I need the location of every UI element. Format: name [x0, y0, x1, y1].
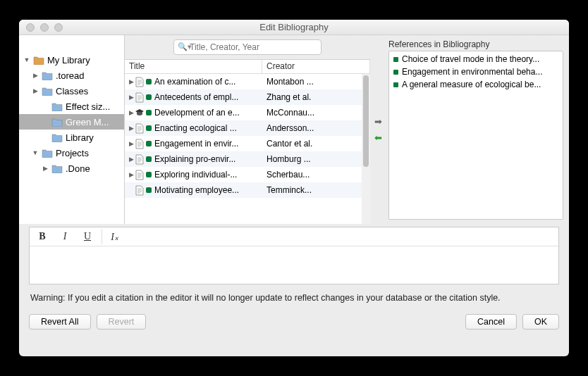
disclosure-triangle[interactable]: ▶: [32, 72, 39, 79]
row-title: Antecedents of empl...: [154, 92, 238, 102]
tag-dot: [146, 94, 152, 100]
tag-dot: [146, 156, 152, 162]
upper-pane: ▼My Library▶.toread▶ClassesEffect siz...…: [19, 35, 569, 224]
sidebar-item[interactable]: ▶Classes: [19, 83, 124, 99]
table-rows[interactable]: ▶An examination of c...Montabon ...▶Ante…: [125, 74, 370, 224]
remove-from-refs-arrow[interactable]: ⬅: [374, 132, 382, 143]
folder-icon: [33, 56, 44, 65]
disclosure-triangle[interactable]: ▶: [128, 171, 135, 178]
sidebar-item[interactable]: Effect siz...: [19, 99, 124, 114]
bold-button[interactable]: B: [34, 229, 51, 244]
window-title: Edit Bibliography: [19, 22, 569, 32]
ok-button[interactable]: OK: [522, 314, 559, 330]
table-row[interactable]: Motivating employee...Temminck...: [125, 182, 370, 198]
sidebar-item[interactable]: ▼My Library: [19, 52, 124, 68]
row-creator: Cantor et al.: [262, 139, 370, 149]
row-title: Explaining pro-envir...: [154, 154, 235, 164]
disclosure-triangle[interactable]: ▼: [32, 149, 39, 156]
button-row: Revert All Revert Cancel OK: [19, 308, 569, 339]
clear-format-button[interactable]: Iₓ: [102, 229, 118, 244]
sidebar-item[interactable]: ▶.Done: [19, 161, 124, 176]
revert-all-button[interactable]: Revert All: [29, 314, 91, 330]
folder-icon: [42, 71, 53, 80]
underline-button[interactable]: U: [79, 229, 96, 244]
tag-dot: [146, 125, 152, 131]
document-icon: [135, 123, 145, 134]
row-creator: Homburg ...: [262, 154, 370, 164]
sidebar-item[interactable]: Library: [19, 130, 124, 145]
table-row[interactable]: ▶Exploring individual-...Scherbau...: [125, 167, 370, 182]
search-icon: 🔍▾: [178, 42, 192, 51]
cap-icon: [135, 107, 145, 118]
disclosure-triangle[interactable]: ▼: [23, 56, 30, 63]
close-dot[interactable]: [26, 23, 35, 32]
document-icon: [135, 153, 145, 165]
disclosure-triangle[interactable]: ▶: [128, 109, 135, 116]
table-scrollbar[interactable]: [362, 74, 370, 224]
traffic-lights: [19, 23, 63, 32]
sidebar-item-label: Green M...: [66, 117, 109, 127]
folder-icon: [42, 149, 53, 158]
search-input[interactable]: [173, 39, 321, 55]
sidebar-item-label: Classes: [56, 86, 88, 96]
tag-dot: [146, 110, 152, 115]
document-icon: [135, 92, 145, 103]
tag-dot: [146, 141, 152, 146]
sidebar-item-label: Projects: [56, 148, 89, 158]
italic-button[interactable]: I: [56, 229, 73, 244]
content: ▼My Library▶.toread▶ClassesEffect siz...…: [19, 35, 569, 356]
titlebar: Edit Bibliography: [19, 20, 569, 35]
folder-icon: [51, 102, 63, 111]
sidebar-item-label: Library: [66, 132, 94, 143]
table-row[interactable]: ▶Explaining pro-envir...Homburg ...: [125, 151, 370, 167]
tag-dot: [146, 187, 152, 193]
disclosure-triangle[interactable]: ▶: [128, 78, 135, 85]
revert-button[interactable]: Revert: [97, 314, 147, 330]
document-icon: [135, 138, 145, 149]
citation-editor[interactable]: B I U Iₓ: [29, 227, 559, 284]
row-creator: Scherbau...: [262, 170, 370, 180]
disclosure-triangle[interactable]: ▶: [128, 125, 135, 132]
row-creator: Montabon ...: [262, 77, 370, 87]
disclosure-triangle[interactable]: ▶: [128, 140, 135, 147]
row-creator: McConnau...: [262, 108, 370, 118]
sidebar-item[interactable]: ▼Projects: [19, 145, 124, 161]
editor-toolbar: B I U Iₓ: [30, 227, 558, 246]
row-title: Motivating employee...: [154, 185, 239, 195]
row-creator: Andersson...: [262, 123, 370, 133]
add-to-refs-arrow[interactable]: ➡: [374, 116, 382, 127]
row-title: Engagement in envir...: [154, 139, 238, 149]
table-row[interactable]: ▶An examination of c...Montabon ...: [125, 74, 370, 89]
row-title: Enacting ecological ...: [154, 123, 237, 133]
header-title[interactable]: Title: [125, 60, 262, 73]
ref-item[interactable]: A general measure of ecological be...: [389, 78, 563, 91]
disclosure-triangle[interactable]: ▶: [32, 87, 39, 94]
table-row[interactable]: ▶Antecedents of empl...Zhang et al.: [125, 89, 370, 105]
disclosure-triangle[interactable]: ▶: [128, 94, 135, 101]
transfer-arrows: ➡ ⬅: [370, 35, 386, 224]
sidebar-item-label: Effect siz...: [66, 101, 110, 112]
row-creator: Zhang et al.: [262, 92, 370, 102]
sidebar-item[interactable]: ▶.toread: [19, 68, 124, 83]
disclosure-triangle[interactable]: ▶: [42, 165, 49, 172]
refs-list[interactable]: Choice of travel mode in the theory...En…: [388, 51, 563, 220]
header-creator[interactable]: Creator: [262, 60, 370, 73]
tag-dot: [146, 172, 152, 177]
row-creator: Temminck...: [262, 185, 370, 195]
row-title: Exploring individual-...: [154, 170, 237, 180]
ref-item[interactable]: Engagement in environmental beha...: [389, 65, 563, 78]
zoom-dot[interactable]: [54, 23, 63, 32]
folder-icon: [42, 87, 53, 96]
minimize-dot[interactable]: [40, 23, 49, 32]
folder-icon: [51, 133, 63, 142]
library-tree[interactable]: ▼My Library▶.toread▶ClassesEffect siz...…: [19, 35, 125, 224]
disclosure-triangle[interactable]: ▶: [128, 156, 135, 163]
table-row[interactable]: ▶Development of an e...McConnau...: [125, 105, 370, 120]
ref-item[interactable]: Choice of travel mode in the theory...: [389, 53, 563, 65]
sidebar-item[interactable]: Green M...: [19, 114, 124, 130]
table-row[interactable]: ▶Enacting ecological ...Andersson...: [125, 120, 370, 136]
document-icon: [135, 184, 145, 196]
cancel-button[interactable]: Cancel: [465, 314, 517, 330]
middle-pane: 🔍▾ Title Creator ▶An examination of c...…: [125, 35, 370, 224]
table-row[interactable]: ▶Engagement in envir...Cantor et al.: [125, 136, 370, 151]
